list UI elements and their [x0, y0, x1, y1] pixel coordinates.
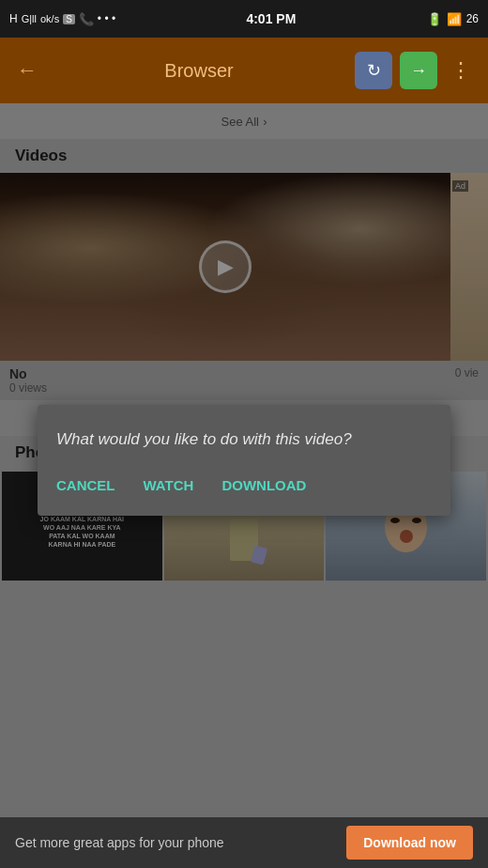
download-button[interactable]: DOWNLOAD — [221, 473, 306, 497]
header-actions: ↻ → ⋮ — [355, 52, 477, 89]
status-right: 🔋 📶 26 — [427, 12, 479, 26]
dialog-box: What would you like to do with this vide… — [38, 405, 450, 517]
download-now-button[interactable]: Download now — [346, 826, 473, 860]
wifi-icon: 📶 — [447, 12, 462, 26]
dialog-actions: CANCEL WATCH DOWNLOAD — [56, 473, 432, 497]
dialog-message: What would you like to do with this vide… — [56, 427, 432, 452]
refresh-button[interactable]: ↻ — [355, 52, 392, 89]
data-speed: ok/s — [40, 13, 59, 24]
battery-percent: 26 — [466, 12, 479, 25]
app-header: ← Browser ↻ → ⋮ — [0, 38, 488, 103]
status-bar: H G|ll ok/s S 📞 • • • 4:01 PM 🔋 📶 26 — [0, 0, 488, 38]
forward-button[interactable]: → — [400, 52, 437, 89]
header-title: Browser — [53, 60, 345, 82]
phone-icon: 📞 — [79, 12, 94, 26]
signal-icon: H — [9, 12, 18, 25]
carrier-signal: G|ll — [22, 13, 37, 24]
cancel-button[interactable]: CANCEL — [56, 473, 115, 497]
watch-button[interactable]: WATCH — [144, 473, 194, 497]
status-left: H G|ll ok/s S 📞 • • • — [9, 12, 115, 26]
battery-icon: 🔋 — [427, 12, 442, 26]
dialog-overlay: What would you like to do with this vide… — [0, 103, 488, 817]
refresh-icon: ↻ — [367, 60, 381, 81]
more-icon: • • • — [98, 12, 115, 25]
back-button[interactable]: ← — [11, 53, 43, 88]
forward-icon: → — [410, 61, 427, 81]
banner-text: Get more great apps for your phone — [15, 835, 224, 850]
menu-button[interactable]: ⋮ — [445, 54, 477, 86]
main-content: See All › Videos ▶ Ad No 0 views 0 vie S… — [0, 103, 488, 817]
status-time: 4:01 PM — [246, 11, 296, 26]
sim-icon: S — [63, 14, 75, 24]
bottom-banner: Get more great apps for your phone Downl… — [0, 817, 488, 868]
